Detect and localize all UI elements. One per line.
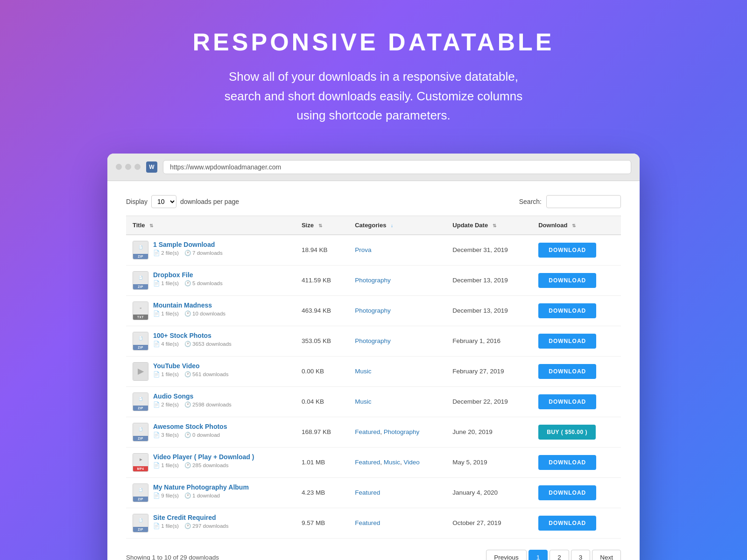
download-button[interactable]: DOWNLOAD [538, 273, 596, 288]
browser-url-bar[interactable]: https://www.wpdownloadmanager.com [163, 160, 631, 174]
file-info: Video Player ( Play + Download ) 📄 1 fil… [153, 453, 254, 469]
search-control: Search: [519, 195, 621, 208]
categories-cell: Music [348, 386, 446, 417]
file-meta: 📄 1 file(s) 🕐 5 downloads [153, 280, 223, 287]
next-button[interactable]: Next [592, 550, 621, 560]
buy-button[interactable]: BUY ( $50.00 ) [538, 425, 596, 440]
file-name-link[interactable]: Site Credit Required [153, 514, 228, 521]
action-cell: BUY ( $50.00 ) [532, 417, 621, 447]
download-button[interactable]: DOWNLOAD [538, 364, 596, 379]
category-link[interactable]: Photography [355, 307, 391, 314]
file-info: Mountain Madness 📄 1 file(s) 🕐 10 downlo… [153, 301, 226, 317]
table-row: ≡ TXT Mountain Madness 📄 1 file(s) 🕐 10 … [126, 295, 621, 326]
categories-cell: Music [348, 356, 446, 386]
category-link[interactable]: Music [355, 368, 371, 375]
table-row: ▶ YouTube Video 📄 1 file(s) 🕐 561 downlo… [126, 356, 621, 386]
file-name-link[interactable]: Audio Songs [153, 392, 232, 400]
category-link[interactable]: Photography [355, 277, 391, 284]
col-size[interactable]: Size ⇅ [295, 216, 348, 235]
file-icon-zip: 📄 ZIP [133, 332, 148, 350]
download-button[interactable]: DOWNLOAD [538, 303, 596, 318]
category-link[interactable]: Featured [355, 519, 380, 526]
download-button[interactable]: DOWNLOAD [538, 516, 596, 531]
category-link[interactable]: Music [384, 459, 400, 466]
file-count: 📄 4 file(s) [153, 341, 179, 347]
file-icon-label: ZIP [133, 284, 148, 289]
file-count: 📄 1 file(s) [153, 371, 179, 378]
date-cell: January 4, 2020 [446, 477, 532, 508]
file-icon-label: ZIP [133, 345, 148, 350]
file-icon-label: ZIP [133, 436, 148, 441]
download-count: 🕐 297 downloads [184, 523, 229, 529]
categories-cell: Featured [348, 508, 446, 538]
category-link[interactable]: Photography [355, 337, 391, 344]
file-icon-mp4: ▶ MP4 [133, 453, 148, 472]
category-link[interactable]: Featured [355, 428, 380, 435]
download-button[interactable]: DOWNLOAD [538, 243, 596, 258]
browser-content: Display 10 25 50 downloads per page Sear… [107, 181, 640, 560]
action-cell: DOWNLOAD [532, 265, 621, 295]
categories-cell: Photography [348, 326, 446, 356]
page-1-button[interactable]: 1 [529, 550, 548, 560]
file-info: Site Credit Required 📄 1 file(s) 🕐 297 d… [153, 514, 228, 529]
file-icon-play: ▶ [133, 362, 148, 381]
download-button[interactable]: DOWNLOAD [538, 485, 596, 500]
browser-dots [116, 164, 141, 170]
download-button[interactable]: DOWNLOAD [538, 394, 596, 409]
title-cell: 📄 ZIP My Nature Photography Album 📄 9 fi… [126, 477, 295, 508]
table-row: 📄 ZIP Dropbox File 📄 1 file(s) 🕐 5 downl… [126, 265, 621, 295]
title-cell: 📄 ZIP Site Credit Required 📄 1 file(s) 🕐… [126, 508, 295, 538]
date-cell: February 1, 2016 [446, 326, 532, 356]
file-icon-body: 📄 [133, 514, 148, 527]
file-name-link[interactable]: Video Player ( Play + Download ) [153, 453, 254, 461]
file-name-link[interactable]: YouTube Video [153, 362, 228, 370]
file-icon-label: ZIP [133, 406, 148, 411]
col-title[interactable]: Title ⇅ [126, 216, 295, 235]
col-date[interactable]: Update Date ⇅ [446, 216, 532, 235]
file-info: 1 Sample Download 📄 2 file(s) 🕐 7 downlo… [153, 241, 223, 256]
file-name-link[interactable]: Mountain Madness [153, 301, 226, 309]
file-name-link[interactable]: Dropbox File [153, 271, 223, 279]
file-icon-zip: 📄 ZIP [133, 271, 148, 290]
dot-1 [116, 164, 122, 170]
file-cell: ≡ TXT Mountain Madness 📄 1 file(s) 🕐 10 … [133, 301, 289, 320]
file-name-link[interactable]: My Nature Photography Album [153, 483, 249, 491]
file-icon-zip: 📄 ZIP [133, 241, 148, 259]
display-label: Display [126, 198, 148, 205]
file-icon-body: 📄 [133, 241, 148, 254]
file-meta: 📄 1 file(s) 🕐 10 downloads [153, 310, 226, 317]
categories-cell: Featured, Music, Video [348, 447, 446, 477]
search-input[interactable] [546, 195, 621, 208]
file-meta: 📄 2 file(s) 🕐 7 downloads [153, 250, 223, 256]
file-icon-body: 📄 [133, 332, 148, 345]
table-header: Title ⇅ Size ⇅ Categories ↓ Update Date … [126, 216, 621, 235]
file-name-link[interactable]: 100+ Stock Photos [153, 332, 232, 339]
table-row: 📄 ZIP Awesome Stock Photos 📄 3 file(s) 🕐… [126, 417, 621, 447]
category-link[interactable]: Prova [355, 246, 371, 253]
pagination: Previous 1 2 3 Next [486, 550, 621, 560]
col-categories[interactable]: Categories ↓ [348, 216, 446, 235]
category-link[interactable]: Featured [355, 489, 380, 496]
file-cell: 📄 ZIP 1 Sample Download 📄 2 file(s) 🕐 7 … [133, 241, 289, 259]
prev-button[interactable]: Previous [486, 550, 527, 560]
file-count: 📄 1 file(s) [153, 462, 179, 469]
size-cell: 411.59 KB [295, 265, 348, 295]
file-info: Dropbox File 📄 1 file(s) 🕐 5 downloads [153, 271, 223, 287]
page-3-button[interactable]: 3 [571, 550, 591, 560]
category-link[interactable]: Video [404, 459, 420, 466]
browser-icon: W [146, 161, 157, 173]
category-link[interactable]: Photography [384, 428, 420, 435]
download-button[interactable]: DOWNLOAD [538, 455, 596, 470]
file-icon-zip: 📄 ZIP [133, 514, 148, 532]
download-button[interactable]: DOWNLOAD [538, 334, 596, 349]
category-link[interactable]: Music [355, 398, 371, 405]
file-icon-label: ZIP [133, 254, 148, 259]
file-name-link[interactable]: 1 Sample Download [153, 241, 223, 248]
file-name-link[interactable]: Awesome Stock Photos [153, 423, 227, 430]
col-download[interactable]: Download ⇅ [532, 216, 621, 235]
category-link[interactable]: Featured [355, 459, 380, 466]
page-2-button[interactable]: 2 [550, 550, 569, 560]
file-meta: 📄 1 file(s) 🕐 285 downloads [153, 462, 254, 469]
display-select[interactable]: 10 25 50 [151, 195, 176, 208]
showing-text: Showing 1 to 10 of 29 downloads [126, 554, 219, 560]
